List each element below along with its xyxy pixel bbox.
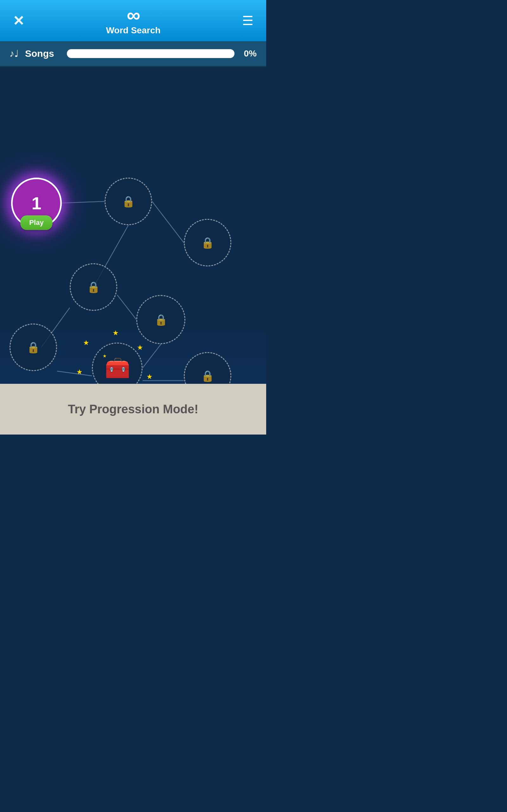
music-icon: ♪♩ [9,48,19,59]
header-center: ∞ Word Search [106,6,160,36]
progression-banner[interactable]: Try Progression Mode! [0,384,266,435]
lock-icon: 🔒 [122,195,135,208]
level-4-node[interactable]: 🔒 [70,263,117,311]
level-number: 1 [32,193,41,213]
level-2-node[interactable]: 🔒 [105,177,152,225]
game-area: 1 Play 🔒 🔒 🔒 🔒 🔒 ★ ★ ★ ★ ★ ★ ★ [0,67,266,435]
star-decoration: ★ [83,339,89,347]
menu-icon[interactable]: ☰ [242,13,253,28]
app-title: Word Search [106,26,160,36]
level-3-node[interactable]: 🔒 [184,219,231,266]
progress-bar [67,49,234,58]
play-button[interactable]: Play [20,215,52,230]
progress-percent: 0% [244,49,257,59]
close-button[interactable]: ✕ [13,13,24,29]
lock-icon: 🔒 [87,281,100,293]
svg-line-1 [152,201,184,243]
star-decoration: ★ [112,329,119,337]
songs-bar: ♪♩ Songs 0% [0,41,266,67]
svg-line-3 [117,295,136,319]
svg-line-0 [62,201,105,203]
songs-label: Songs [25,48,54,59]
progression-label: Try Progression Mode! [68,403,199,416]
app-header: ✕ ∞ Word Search ☰ [0,0,266,41]
app-logo: ∞ [127,6,140,25]
lock-icon: 🔒 [26,341,40,354]
lock-icon: 🔒 [201,236,214,249]
level-6-node[interactable]: 🔒 [9,323,57,371]
level-1-node[interactable]: 1 Play [11,177,62,229]
star-decoration: ★ [137,344,143,352]
